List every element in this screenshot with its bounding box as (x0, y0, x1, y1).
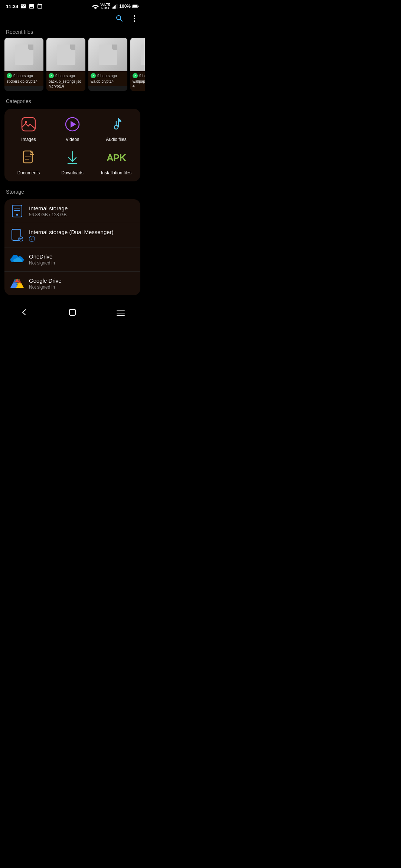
category-downloads[interactable]: Downloads (51, 148, 94, 175)
file-thumbnail (88, 38, 127, 71)
storage-onedrive[interactable]: OneDrive Not signed in (4, 247, 140, 272)
list-item[interactable]: ✓ 9 hours ago wa.db.crypt14 (88, 38, 127, 91)
audio-icon (108, 116, 124, 132)
search-icon[interactable] (115, 14, 124, 23)
storage-googledrive-name: Google Drive (29, 277, 134, 284)
file-name: wallpapersup.crypt14 (133, 79, 145, 89)
list-item[interactable]: ✓ 9 hours a wallpapersup.crypt14 (130, 38, 145, 91)
svg-rect-11 (22, 118, 35, 131)
category-apk[interactable]: APK Installation files (95, 148, 137, 175)
storage-onedrive-sub: Not signed in (29, 260, 134, 266)
wifi-icon (92, 4, 99, 9)
svg-point-12 (25, 121, 27, 123)
svg-rect-7 (133, 5, 138, 7)
recent-files-list: ✓ 9 hours ago stickers.db.crypt14 ✓ 9 ho… (0, 38, 145, 95)
images-icon (20, 116, 37, 132)
storage-onedrive-name: OneDrive (29, 253, 134, 260)
documents-label: Documents (17, 170, 40, 175)
videos-label: Videos (66, 137, 79, 142)
svg-point-15 (114, 125, 118, 129)
more-options-icon[interactable] (130, 14, 139, 23)
file-time: 9 hours ago (55, 74, 75, 78)
dual-storage-icon (11, 228, 23, 242)
back-button[interactable] (16, 304, 32, 320)
storage-header: Storage (0, 186, 145, 198)
svg-rect-0 (112, 7, 113, 9)
apk-icon: APK (107, 152, 126, 164)
recent-files-header: Recent files (0, 26, 145, 38)
category-documents[interactable]: Documents (7, 148, 50, 175)
file-thumbnail (4, 38, 43, 71)
svg-rect-4 (117, 4, 117, 9)
category-videos[interactable]: Videos (51, 115, 94, 142)
wa-badge: ✓ (7, 73, 12, 78)
signal-icon (112, 4, 118, 9)
recents-button[interactable] (113, 304, 129, 320)
wa-badge: ✓ (91, 73, 96, 78)
file-name: backup_settings.json.crypt14 (49, 79, 83, 89)
battery-percent: 100% (119, 4, 131, 9)
status-time: 11:34 (6, 4, 18, 9)
wa-badge: ✓ (133, 73, 138, 78)
wa-badge: ✓ (49, 73, 54, 78)
file-name: wa.db.crypt14 (91, 79, 125, 84)
status-left: 11:34 (6, 3, 43, 9)
lte-badge: VoLTELTE1 (100, 3, 110, 10)
storage-internal-name: Internal storage (29, 205, 134, 211)
svg-marker-14 (71, 121, 76, 128)
file-icon (99, 45, 117, 65)
svg-rect-2 (114, 6, 115, 9)
gmail-icon (20, 3, 26, 9)
file-time: 9 hours a (139, 74, 145, 78)
svg-point-10 (134, 20, 135, 22)
back-icon (20, 308, 29, 317)
list-item[interactable]: ✓ 9 hours ago stickers.db.crypt14 (4, 38, 43, 91)
googledrive-icon (10, 277, 24, 289)
categories-grid: Images Videos Audio files (7, 115, 137, 175)
file-icon (15, 45, 33, 65)
recents-icon (115, 308, 126, 317)
svg-rect-3 (115, 5, 116, 9)
info-icon: i (29, 236, 35, 242)
svg-rect-1 (113, 7, 114, 9)
file-time: 9 hours ago (97, 74, 117, 78)
file-thumbnail (46, 38, 85, 71)
svg-point-9 (134, 18, 135, 19)
action-bar (0, 11, 145, 26)
battery-icon (132, 4, 139, 9)
storage-internal-sub: 56.88 GB / 128 GB (29, 212, 134, 217)
file-icon (57, 45, 75, 65)
file-icon (141, 45, 145, 65)
status-right: VoLTELTE1 100% (92, 3, 139, 10)
categories-header: Categories (0, 95, 145, 107)
downloads-label: Downloads (61, 170, 83, 175)
status-bar: 11:34 VoLTELTE1 100% (0, 0, 145, 11)
storage-dual[interactable]: Internal storage (Dual Messenger) i (4, 223, 140, 247)
category-images[interactable]: Images (7, 115, 50, 142)
calendar-icon (37, 3, 43, 9)
videos-icon (64, 116, 81, 132)
onedrive-icon (10, 255, 24, 264)
storage-googledrive-sub: Not signed in (29, 285, 134, 290)
categories-box: Images Videos Audio files (4, 109, 140, 181)
audio-label: Audio files (106, 137, 126, 142)
svg-point-28 (19, 238, 21, 240)
documents-icon (20, 149, 37, 166)
file-name: stickers.db.crypt14 (7, 79, 41, 84)
storage-googledrive[interactable]: Google Drive Not signed in (4, 272, 140, 295)
home-icon (68, 308, 77, 317)
storage-box: Internal storage 56.88 GB / 128 GB Inter… (4, 199, 140, 295)
home-button[interactable] (64, 304, 81, 320)
svg-rect-6 (138, 6, 138, 7)
svg-point-8 (134, 15, 135, 17)
category-audio[interactable]: Audio files (95, 115, 137, 142)
storage-dual-name: Internal storage (Dual Messenger) (29, 229, 134, 235)
storage-internal[interactable]: Internal storage 56.88 GB / 128 GB (4, 199, 140, 223)
svg-rect-36 (69, 309, 75, 315)
list-item[interactable]: ✓ 9 hours ago backup_settings.json.crypt… (46, 38, 85, 91)
file-thumbnail (130, 38, 145, 71)
images-label: Images (21, 137, 36, 142)
downloads-icon (64, 149, 81, 166)
apk-label: Installation files (101, 170, 131, 175)
svg-point-22 (16, 214, 18, 216)
